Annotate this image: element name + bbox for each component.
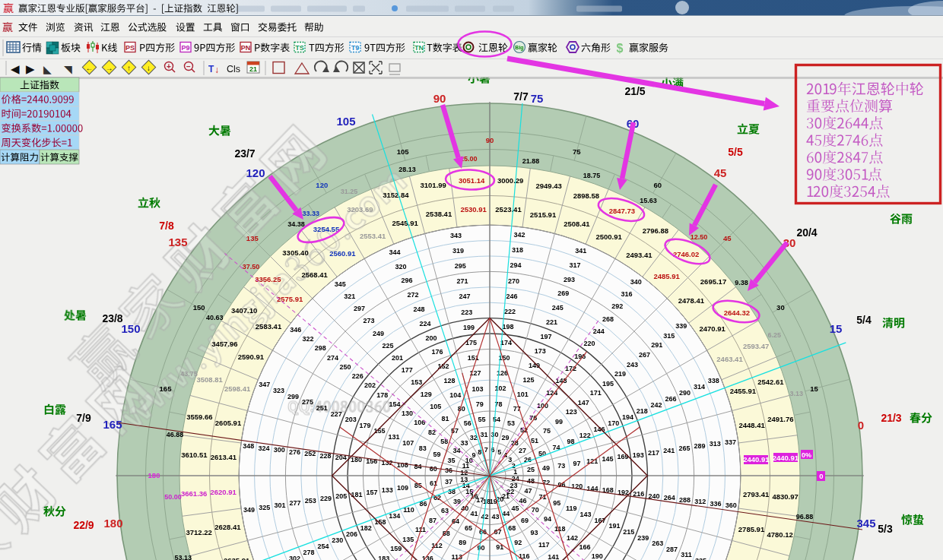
svg-text:153: 153 bbox=[411, 378, 422, 386]
svg-text:99: 99 bbox=[555, 418, 563, 426]
svg-text:35: 35 bbox=[448, 457, 456, 464]
svg-text:2508.41: 2508.41 bbox=[564, 220, 590, 228]
svg-text:90: 90 bbox=[433, 92, 446, 105]
svg-text:142: 142 bbox=[567, 534, 578, 542]
svg-text:318: 318 bbox=[512, 246, 523, 254]
svg-text:21: 21 bbox=[249, 65, 257, 73]
svg-text:◀: ◀ bbox=[11, 62, 20, 75]
svg-text:90: 90 bbox=[486, 136, 494, 144]
svg-text:51: 51 bbox=[531, 437, 538, 445]
svg-text:219: 219 bbox=[614, 370, 626, 378]
svg-text:3305.40: 3305.40 bbox=[282, 248, 308, 257]
svg-text:203: 203 bbox=[345, 416, 357, 423]
svg-text:223: 223 bbox=[461, 308, 472, 316]
svg-text:2590.91: 2590.91 bbox=[238, 353, 265, 361]
svg-text:193: 193 bbox=[633, 451, 644, 459]
svg-text:2635.91: 2635.91 bbox=[224, 556, 250, 560]
svg-text:27: 27 bbox=[519, 447, 526, 454]
svg-text:70: 70 bbox=[532, 506, 539, 514]
svg-text:316: 316 bbox=[621, 290, 633, 298]
svg-text:109: 109 bbox=[397, 484, 408, 492]
svg-text:33.33: 33.33 bbox=[302, 210, 319, 217]
svg-text:45: 45 bbox=[511, 505, 519, 512]
svg-text:18.75: 18.75 bbox=[583, 172, 601, 179]
svg-text:$: $ bbox=[617, 42, 624, 55]
svg-text:20/4: 20/4 bbox=[796, 226, 817, 239]
svg-text:3356.25: 3356.25 bbox=[255, 275, 281, 283]
svg-text:323: 323 bbox=[273, 387, 284, 394]
svg-text:339: 339 bbox=[675, 322, 687, 330]
svg-text:272: 272 bbox=[407, 291, 418, 299]
svg-text:69: 69 bbox=[521, 517, 529, 524]
svg-text:3203.69: 3203.69 bbox=[347, 205, 373, 214]
svg-text:179: 179 bbox=[360, 422, 371, 429]
svg-text:254: 254 bbox=[317, 543, 329, 550]
svg-text:25: 25 bbox=[527, 466, 535, 473]
svg-text:3661.36: 3661.36 bbox=[181, 489, 207, 498]
svg-text:315: 315 bbox=[663, 332, 675, 340]
svg-text:321: 321 bbox=[344, 293, 355, 300]
svg-text:120: 120 bbox=[246, 166, 265, 179]
svg-text:197: 197 bbox=[540, 333, 551, 340]
svg-text:2695.17: 2695.17 bbox=[700, 277, 726, 286]
svg-text:→: → bbox=[106, 64, 113, 72]
svg-text:183: 183 bbox=[378, 555, 389, 560]
svg-text:301: 301 bbox=[274, 501, 285, 509]
svg-text:75: 75 bbox=[543, 427, 551, 435]
svg-text:105: 105 bbox=[430, 403, 441, 410]
svg-text:325: 325 bbox=[259, 504, 270, 511]
svg-text:290: 290 bbox=[679, 389, 691, 397]
svg-text:43.75: 43.75 bbox=[180, 370, 198, 378]
svg-text:28.13: 28.13 bbox=[398, 166, 416, 173]
svg-text:343: 343 bbox=[450, 232, 462, 239]
svg-text:265: 265 bbox=[678, 445, 690, 452]
svg-text:322: 322 bbox=[302, 335, 313, 343]
svg-text:15: 15 bbox=[830, 322, 843, 335]
svg-text:2440.91: 2440.91 bbox=[773, 454, 799, 462]
svg-text:246: 246 bbox=[506, 293, 517, 300]
svg-text:360: 360 bbox=[726, 501, 737, 509]
svg-text:178: 178 bbox=[376, 391, 388, 399]
svg-text:2949.43: 2949.43 bbox=[536, 182, 562, 190]
svg-text:−: − bbox=[186, 62, 191, 71]
svg-text:275: 275 bbox=[302, 398, 313, 406]
svg-text:23/8: 23/8 bbox=[102, 312, 122, 324]
svg-text:2560.91: 2560.91 bbox=[329, 249, 356, 258]
svg-text:79: 79 bbox=[476, 400, 484, 408]
svg-text:2523.41: 2523.41 bbox=[495, 205, 522, 214]
svg-text:53: 53 bbox=[507, 419, 515, 427]
svg-text:181: 181 bbox=[351, 491, 362, 498]
svg-text:145: 145 bbox=[602, 455, 613, 463]
svg-text:2613.41: 2613.41 bbox=[211, 453, 237, 461]
svg-text:302: 302 bbox=[289, 555, 300, 560]
svg-text:298: 298 bbox=[315, 344, 326, 352]
svg-text:218: 218 bbox=[637, 407, 648, 415]
svg-text:31.25: 31.25 bbox=[341, 188, 358, 195]
svg-text:49: 49 bbox=[542, 464, 550, 472]
svg-text:2545.91: 2545.91 bbox=[392, 219, 418, 227]
svg-text:5/5: 5/5 bbox=[728, 146, 743, 158]
svg-text:120: 120 bbox=[316, 181, 328, 189]
svg-text:224: 224 bbox=[419, 320, 430, 327]
svg-text:58: 58 bbox=[440, 438, 448, 445]
svg-text:300: 300 bbox=[274, 446, 285, 454]
svg-text:2455.91: 2455.91 bbox=[730, 387, 757, 395]
svg-text:247: 247 bbox=[459, 293, 470, 300]
svg-text:3.13: 3.13 bbox=[789, 390, 803, 397]
svg-text:296: 296 bbox=[402, 277, 413, 284]
svg-text:2470.91: 2470.91 bbox=[700, 324, 726, 333]
svg-text:7/8: 7/8 bbox=[159, 220, 174, 232]
svg-text:↓: ↓ bbox=[214, 65, 219, 75]
svg-text:0%: 0% bbox=[802, 451, 811, 459]
svg-text:253: 253 bbox=[305, 497, 316, 505]
svg-text:37.50: 37.50 bbox=[243, 263, 260, 271]
svg-text:287: 287 bbox=[666, 546, 678, 553]
svg-text:2478.41: 2478.41 bbox=[678, 296, 705, 305]
svg-text:87: 87 bbox=[429, 517, 437, 524]
svg-text:47: 47 bbox=[524, 487, 532, 495]
svg-text:270: 270 bbox=[508, 277, 519, 285]
svg-text:2553.41: 2553.41 bbox=[360, 232, 386, 240]
svg-text:345: 345 bbox=[856, 517, 875, 530]
svg-text:312: 312 bbox=[694, 498, 706, 505]
svg-text:21/3: 21/3 bbox=[881, 412, 901, 424]
